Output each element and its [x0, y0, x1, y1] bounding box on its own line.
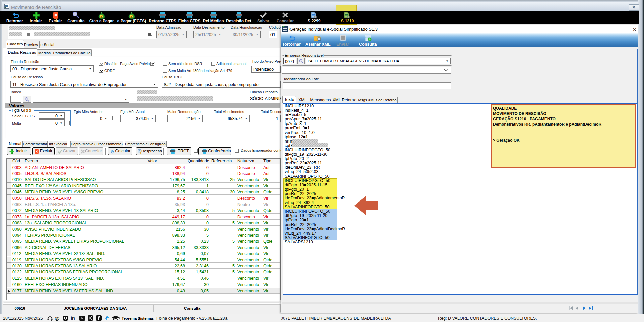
svg-text:5: 5 — [130, 15, 132, 18]
svg-text:5: 5 — [100, 15, 102, 18]
